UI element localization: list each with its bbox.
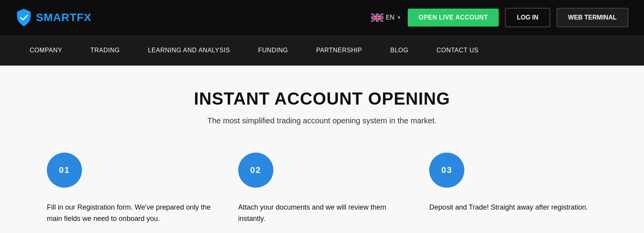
- step-circle-2: 02: [238, 153, 273, 188]
- topbar: SMARTFX EN ▼ OPEN LIVE ACCOUNT LOG IN WE…: [0, 0, 644, 35]
- step-circle-1: 01: [47, 153, 82, 188]
- logo-text: SMARTFX: [36, 11, 91, 24]
- step-2: 02Attach your documents and we will revi…: [238, 153, 406, 224]
- open-live-account-button[interactable]: OPEN LIVE ACCOUNT: [408, 9, 499, 27]
- chevron-down-icon: ▼: [397, 15, 401, 20]
- section-title: INSTANT ACCOUNT OPENING: [31, 89, 613, 108]
- nav-item-funding[interactable]: FUNDING: [244, 35, 302, 66]
- step-text-2: Attach your documents and we will review…: [238, 202, 406, 224]
- nav-item-trading[interactable]: TRADING: [76, 35, 134, 66]
- navbar: COMPANYTRADINGLEARNING AND ANALYSISFUNDI…: [0, 35, 644, 66]
- step-1: 01Fill in our Registration form. We've p…: [47, 153, 215, 224]
- web-terminal-button[interactable]: WEB TERMINAL: [557, 8, 628, 27]
- logo[interactable]: SMARTFX: [16, 8, 91, 27]
- nav-item-contact-us[interactable]: CONTACT US: [423, 35, 493, 66]
- step-circle-3: 03: [429, 153, 464, 188]
- nav-item-company[interactable]: COMPANY: [16, 35, 76, 66]
- login-button[interactable]: LOG IN: [505, 8, 550, 27]
- section-subtitle: The most simplified trading account open…: [31, 116, 613, 125]
- topbar-right: EN ▼ OPEN LIVE ACCOUNT LOG IN WEB TERMIN…: [371, 8, 628, 27]
- step-text-3: Deposit and Trade! Straight away after r…: [429, 202, 588, 213]
- steps-row: 01Fill in our Registration form. We've p…: [31, 153, 613, 224]
- uk-flag-icon: [371, 13, 384, 22]
- lang-label: EN: [386, 14, 394, 21]
- nav-item-blog[interactable]: BLOG: [376, 35, 422, 66]
- step-text-1: Fill in our Registration form. We've pre…: [47, 202, 215, 224]
- step-3: 03Deposit and Trade! Straight away after…: [429, 153, 597, 224]
- nav-item-learning-and-analysis[interactable]: LEARNING AND ANALYSIS: [134, 35, 244, 66]
- main-content: INSTANT ACCOUNT OPENING The most simplif…: [0, 66, 644, 233]
- language-selector[interactable]: EN ▼: [371, 13, 401, 22]
- logo-shield-icon: [16, 8, 32, 27]
- nav-item-partnership[interactable]: PARTNERSHIP: [302, 35, 376, 66]
